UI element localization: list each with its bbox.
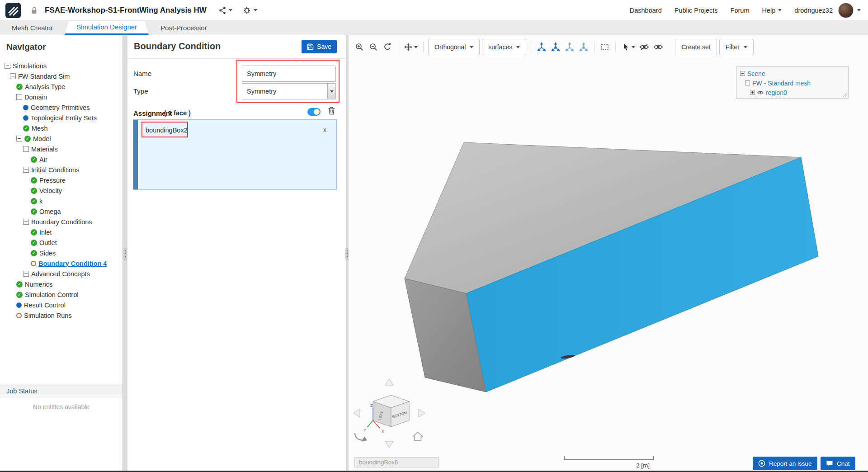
tree-item-domain[interactable]: Domain bbox=[0, 92, 123, 102]
tree-item-pressure[interactable]: Pressure bbox=[0, 175, 123, 185]
tree-item-numerics[interactable]: Numerics bbox=[0, 279, 123, 289]
tree-item-air[interactable]: Air bbox=[0, 154, 123, 165]
tree-item-outlet[interactable]: Outlet bbox=[0, 237, 123, 248]
tree-item-fw-standard-sim[interactable]: FW Standard Sim bbox=[0, 71, 123, 81]
hide-selection-button[interactable] bbox=[638, 41, 650, 53]
scene-tree-item-scene[interactable]: Scene bbox=[736, 69, 848, 78]
view-plane-1-button[interactable] bbox=[564, 41, 576, 53]
collapse-icon[interactable] bbox=[16, 136, 22, 142]
tree-item-simulations[interactable]: Simulations bbox=[0, 61, 123, 71]
create-set-button[interactable]: Create set bbox=[675, 39, 717, 55]
tree-item-result-control[interactable]: Result Control bbox=[0, 300, 123, 310]
zoom-out-button[interactable] bbox=[368, 41, 379, 53]
topbar-link-public-projects[interactable]: Public Projects bbox=[675, 7, 718, 14]
zoom-in-button[interactable] bbox=[354, 41, 365, 53]
select-mode-button[interactable] bbox=[620, 41, 636, 53]
tab-post-processor[interactable]: Post-Processor bbox=[149, 21, 219, 35]
scene-tree-box[interactable]: SceneFW - Standard meshregion0 bbox=[736, 66, 849, 99]
topbar-link-forum[interactable]: Forum bbox=[731, 7, 750, 14]
app-logo-icon[interactable] bbox=[5, 3, 21, 18]
topbar-link-dashboard[interactable]: Dashboard bbox=[630, 7, 662, 14]
assignment-list[interactable]: boundingBox2x bbox=[133, 119, 337, 190]
tree-item-omega[interactable]: Omega bbox=[0, 206, 123, 217]
name-input[interactable] bbox=[242, 66, 336, 82]
tree-item-materials[interactable]: Materials bbox=[0, 144, 123, 154]
navigator-splitter[interactable] bbox=[123, 35, 127, 471]
tree-item-inlet[interactable]: Inlet bbox=[0, 227, 123, 237]
avatar-caret-icon[interactable] bbox=[857, 9, 861, 11]
save-button[interactable]: Save bbox=[302, 40, 337, 53]
tab-mesh-creator[interactable]: Mesh Creator bbox=[0, 21, 65, 35]
assignment-item-boundingbox2[interactable]: boundingBox2 bbox=[146, 127, 188, 134]
collapse-icon[interactable] bbox=[5, 63, 10, 69]
rotate-up-arrow[interactable] bbox=[385, 379, 393, 385]
share-button[interactable] bbox=[217, 5, 234, 16]
rotate-ccw-control[interactable] bbox=[355, 433, 367, 442]
rotate-left-arrow[interactable] bbox=[354, 409, 360, 417]
gear-icon bbox=[242, 6, 251, 15]
scene-tree-rows: SceneFW - Standard meshregion0 bbox=[736, 69, 848, 97]
tree-item-simulation-control[interactable]: Simulation Control bbox=[0, 289, 123, 300]
scene-tree-item-region0[interactable]: region0 bbox=[736, 88, 848, 97]
tree-item-mesh[interactable]: Mesh bbox=[0, 123, 123, 133]
tree-item-velocity[interactable]: Velocity bbox=[0, 185, 123, 196]
select-dropdown-arrow[interactable] bbox=[327, 84, 335, 99]
collapse-icon[interactable] bbox=[23, 219, 29, 225]
collapse-icon[interactable] bbox=[10, 73, 16, 79]
orientation-cube-widget[interactable]: BOTTOM LEFT Z Y X bbox=[352, 378, 429, 450]
render-mode-dropdown[interactable]: surfaces bbox=[482, 39, 526, 55]
filter-dropdown[interactable]: Filter bbox=[719, 39, 754, 55]
tree-item-topological-entity-sets[interactable]: Topological Entity Sets bbox=[0, 113, 123, 123]
tree-item-simulation-runs[interactable]: Simulation Runs bbox=[0, 310, 123, 321]
box-select-icon bbox=[600, 42, 609, 52]
tree-item-advanced-concepts[interactable]: Advanced Concepts bbox=[0, 269, 123, 279]
projection-dropdown[interactable]: Orthogonal bbox=[428, 39, 480, 55]
tree-item-k[interactable]: k bbox=[0, 196, 123, 206]
report-issue-button[interactable]: Report an issue bbox=[753, 457, 817, 470]
resize-grip-icon[interactable] bbox=[842, 92, 848, 98]
expand-icon[interactable] bbox=[23, 271, 29, 277]
tree-item-initial-conditions[interactable]: Initial Conditions bbox=[0, 165, 123, 175]
rotate-down-arrow[interactable] bbox=[385, 441, 393, 448]
scene-tree-item-fw-standard-mesh[interactable]: FW - Standard mesh bbox=[736, 78, 848, 88]
type-select-value: Symmetry bbox=[242, 88, 327, 95]
splitter-grip[interactable] bbox=[123, 248, 127, 260]
tree-item-boundary-conditions[interactable]: Boundary Conditions bbox=[0, 217, 123, 227]
pan-mode-button[interactable] bbox=[403, 41, 419, 53]
remove-assignment-button[interactable]: x bbox=[321, 126, 329, 134]
username[interactable]: drodriguez32 bbox=[794, 7, 833, 14]
box-select-button[interactable] bbox=[599, 41, 611, 53]
viewport-3d[interactable]: Orthogonal surfaces bbox=[349, 35, 868, 471]
type-select[interactable]: Symmetry bbox=[242, 83, 336, 99]
view-plane-2-button[interactable] bbox=[578, 41, 590, 53]
chat-button[interactable]: Chat bbox=[821, 457, 855, 470]
trash-icon bbox=[328, 106, 335, 115]
delete-assignment-button[interactable] bbox=[328, 106, 335, 116]
visibility-eye-icon[interactable] bbox=[757, 90, 764, 95]
status-check-icon bbox=[31, 188, 37, 194]
show-all-button[interactable] bbox=[652, 41, 664, 53]
assignment-toggle[interactable] bbox=[307, 108, 321, 116]
tree-item-sides[interactable]: Sides bbox=[0, 248, 123, 258]
collapse-icon[interactable] bbox=[23, 167, 29, 173]
collapse-icon[interactable] bbox=[745, 80, 750, 85]
view-isometric-2-button[interactable] bbox=[550, 41, 561, 53]
rotate-right-arrow[interactable] bbox=[419, 409, 425, 417]
home-view-button[interactable] bbox=[413, 432, 423, 440]
tree-item-geometry-primitives[interactable]: Geometry Primitives bbox=[0, 102, 123, 113]
avatar[interactable] bbox=[838, 3, 854, 18]
tree-item-boundary-condition-4[interactable]: Boundary Condition 4 bbox=[0, 258, 123, 269]
top-bar: FSAE-Workshop-S1-FrontWing Analysis HW bbox=[0, 0, 868, 20]
project-settings-button[interactable] bbox=[241, 4, 259, 17]
topbar-link-help[interactable]: Help bbox=[762, 7, 782, 14]
reset-view-button[interactable] bbox=[382, 41, 393, 53]
tree-item-analysis-type[interactable]: Analysis Type bbox=[0, 81, 123, 92]
collapse-icon[interactable] bbox=[16, 94, 22, 100]
tree-item-model[interactable]: Model bbox=[0, 133, 123, 144]
collapse-icon[interactable] bbox=[740, 71, 745, 76]
tab-simulation-designer[interactable]: Simulation Designer bbox=[65, 21, 149, 35]
orientation-cube[interactable]: BOTTOM LEFT bbox=[373, 395, 409, 427]
expand-icon[interactable] bbox=[750, 90, 755, 95]
collapse-icon[interactable] bbox=[23, 146, 29, 152]
view-isometric-1-button[interactable] bbox=[536, 41, 547, 53]
